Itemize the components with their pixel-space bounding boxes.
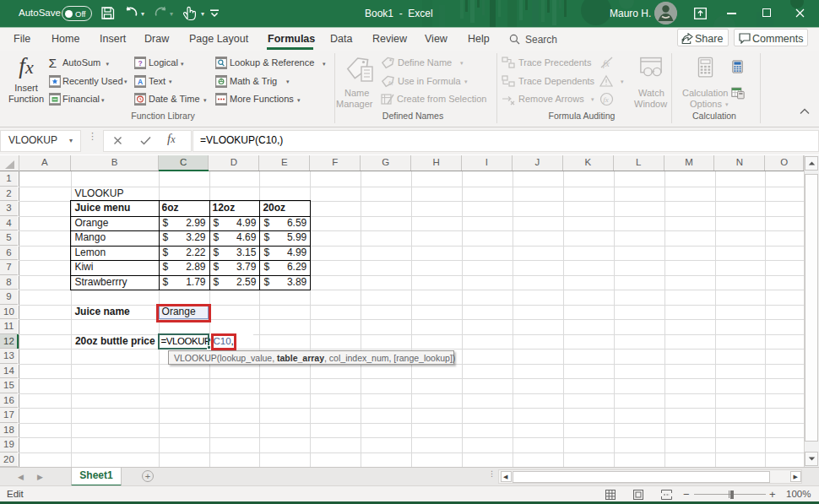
svg-text:fx: fx bbox=[603, 95, 609, 104]
svg-text:?: ? bbox=[138, 59, 142, 68]
svg-text:fx: fx bbox=[388, 80, 393, 86]
svg-text:A: A bbox=[138, 77, 143, 85]
